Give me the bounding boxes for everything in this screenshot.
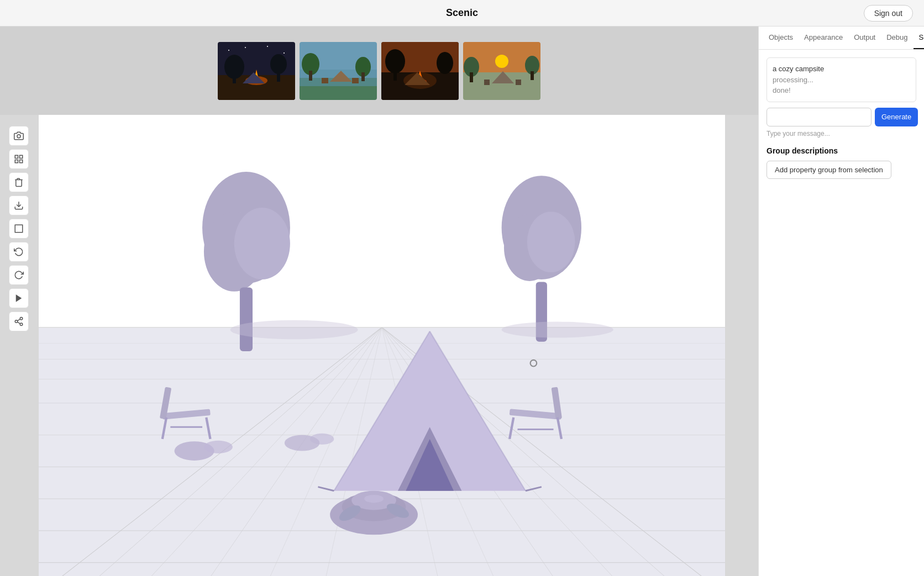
svg-point-114 bbox=[364, 495, 384, 503]
svg-rect-82 bbox=[39, 116, 725, 327]
tab-debug[interactable]: Debug bbox=[881, 27, 913, 49]
svg-rect-51 bbox=[15, 225, 23, 232]
svg-rect-43 bbox=[484, 80, 490, 85]
scene-text-area: a cozy campsite processing... done! bbox=[767, 57, 916, 102]
svg-line-56 bbox=[17, 322, 20, 324]
svg-rect-5 bbox=[277, 71, 280, 82]
redo-button[interactable] bbox=[9, 265, 29, 285]
svg-rect-44 bbox=[516, 80, 521, 85]
type-hint: Type your message... bbox=[767, 130, 916, 138]
tab-output[interactable]: Output bbox=[848, 27, 881, 49]
thumbnails-bar bbox=[0, 27, 758, 115]
app-title: Scenic bbox=[446, 7, 478, 19]
svg-rect-20 bbox=[361, 72, 365, 81]
delete-button[interactable] bbox=[9, 172, 29, 192]
top-bar: Scenic Sign out bbox=[0, 0, 924, 27]
scene-text-done: done! bbox=[773, 85, 910, 96]
svg-rect-39 bbox=[470, 72, 473, 82]
svg-line-57 bbox=[17, 319, 20, 321]
download-button[interactable] bbox=[9, 195, 29, 215]
svg-rect-46 bbox=[15, 155, 18, 158]
svg-marker-52 bbox=[16, 294, 22, 302]
tab-objects[interactable]: Objects bbox=[763, 27, 799, 49]
svg-point-55 bbox=[20, 323, 23, 326]
svg-point-34 bbox=[403, 72, 437, 89]
svg-point-37 bbox=[495, 55, 508, 68]
svg-point-12 bbox=[267, 46, 268, 47]
svg-rect-3 bbox=[233, 72, 236, 83]
frame-button[interactable] bbox=[9, 219, 29, 239]
thumbnail-4[interactable] bbox=[463, 42, 540, 100]
svg-point-118 bbox=[310, 434, 334, 445]
scene-text-processing: processing... bbox=[773, 75, 910, 86]
play-button[interactable] bbox=[9, 288, 29, 308]
left-area: Generate bbox=[0, 27, 758, 576]
main-layout: Generate Objects Appearance Output Debug… bbox=[0, 27, 924, 576]
svg-point-10 bbox=[228, 50, 229, 51]
svg-rect-87 bbox=[240, 287, 253, 351]
panel-content: a cozy campsite processing... done! Gene… bbox=[759, 50, 924, 576]
message-input-row: Generate bbox=[767, 108, 916, 126]
svg-point-29 bbox=[437, 52, 453, 74]
share-button[interactable] bbox=[9, 311, 29, 331]
svg-rect-47 bbox=[20, 155, 23, 158]
generate-panel-button[interactable]: Generate bbox=[875, 108, 918, 126]
svg-rect-18 bbox=[309, 71, 312, 81]
viewport-3d[interactable] bbox=[39, 115, 725, 576]
viewport-wrapper bbox=[0, 115, 758, 576]
svg-point-120 bbox=[502, 322, 613, 338]
svg-point-11 bbox=[245, 47, 246, 48]
thumbnail-2[interactable] bbox=[300, 42, 377, 100]
svg-point-45 bbox=[17, 135, 20, 138]
right-panel: Objects Appearance Output Debug Scene a … bbox=[758, 27, 924, 576]
sign-out-button[interactable]: Sign out bbox=[864, 5, 913, 22]
undo-button[interactable] bbox=[9, 242, 29, 262]
message-input[interactable] bbox=[767, 108, 872, 126]
svg-rect-22 bbox=[322, 78, 328, 83]
svg-point-116 bbox=[204, 441, 233, 453]
group-descriptions-title: Group descriptions bbox=[767, 146, 916, 155]
tab-appearance[interactable]: Appearance bbox=[799, 27, 848, 49]
panel-tabs: Objects Appearance Output Debug Scene bbox=[759, 27, 924, 50]
svg-rect-48 bbox=[15, 160, 18, 163]
camera-button[interactable] bbox=[9, 126, 29, 146]
svg-rect-41 bbox=[531, 71, 534, 80]
thumbnail-1[interactable] bbox=[218, 42, 295, 100]
scene-text-line1: a cozy campsite bbox=[773, 64, 910, 75]
thumbnail-3[interactable] bbox=[381, 42, 459, 100]
svg-point-86 bbox=[234, 208, 290, 279]
grid-button[interactable] bbox=[9, 149, 29, 169]
svg-point-119 bbox=[230, 320, 358, 340]
svg-point-54 bbox=[15, 320, 18, 323]
svg-rect-49 bbox=[20, 160, 23, 163]
svg-point-13 bbox=[284, 52, 285, 54]
svg-rect-23 bbox=[352, 78, 359, 83]
tab-scene[interactable]: Scene bbox=[914, 27, 924, 49]
add-property-group-button[interactable]: Add property group from selection bbox=[767, 161, 891, 179]
svg-rect-28 bbox=[393, 68, 397, 81]
toolbar bbox=[9, 126, 29, 331]
svg-point-53 bbox=[20, 318, 23, 320]
svg-point-90 bbox=[527, 212, 575, 272]
